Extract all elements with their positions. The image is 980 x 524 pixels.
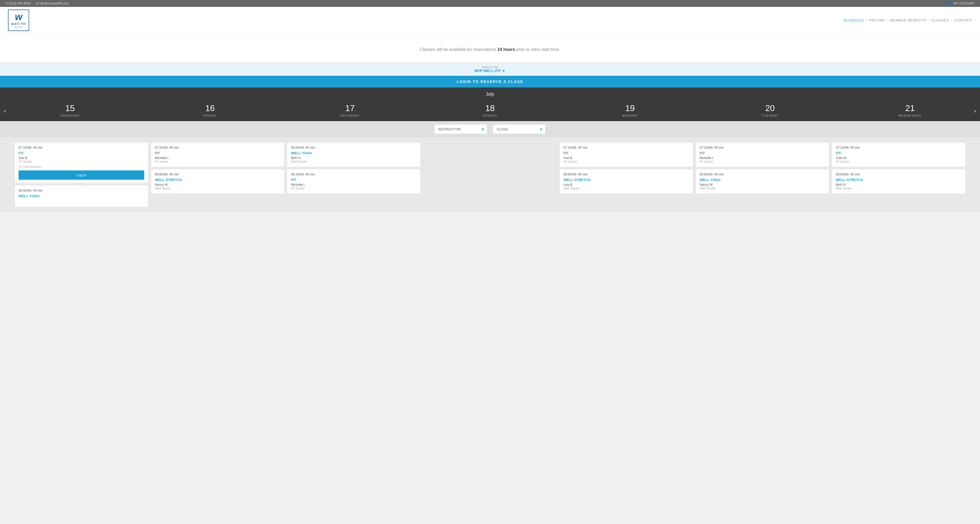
class-name[interactable]: WELL-YOGA (700, 178, 826, 182)
class-card: 08:00AM, 45 min WELL-YOGA (15, 186, 148, 207)
day-col-18: 18 SUNDAY (420, 101, 560, 121)
account-link[interactable]: MY ACCOUNT (953, 2, 975, 5)
logo-sub: by MVP (14, 26, 23, 29)
instructor-filter-wrap: INSTRUCTOR ▼ (434, 124, 487, 134)
class-studio: Well Studio (291, 160, 417, 164)
phone-number: ✆ (616) 254-8830 (5, 2, 30, 5)
day-col-16: 16 FRIDAY (140, 101, 280, 121)
class-studio: Fit Studio (836, 160, 961, 164)
class-name[interactable]: FIT (19, 151, 144, 155)
class-time: 08:00AM, 45 min (19, 189, 144, 192)
class-card: 07:15AM, 45 min FIT Julie W.Fit Studio (832, 143, 965, 167)
class-time: 07:15AM, 45 min (563, 146, 689, 149)
class-card: 08:00AM, 45 min WELL-YOGA Beth H.Well St… (287, 143, 420, 167)
class-name[interactable]: WELL-YOGA (19, 194, 144, 198)
class-slots: 16 Slots Available (19, 165, 144, 168)
user-icon: 👤 (948, 2, 952, 5)
class-card: 07:15AM, 45 min FIT Michelle I.Fit Studi… (696, 143, 829, 167)
login-button[interactable]: LOGIN TO RESERVE A CLASS (457, 79, 523, 84)
class-instructor: Nancy W. (700, 183, 826, 187)
days-container: 15 THURSDAY 16 FRIDAY 17 SATURDAY 18 SUN… (0, 101, 980, 121)
class-time: 08:15AM, 45 min (291, 173, 417, 176)
schedule-container: 07:15AM, 45 min FIT Sue B.Fit Studio16 S… (0, 143, 980, 207)
class-filter[interactable]: CLASS (493, 124, 546, 134)
nav-schedule[interactable]: SCHEDULE (843, 18, 864, 22)
class-instructor: Sue B. (563, 156, 689, 160)
class-card: 08:00AM, 45 min WELL-STRETCH Nancy W.Wel… (151, 169, 284, 194)
day-col-21: 21 WEDNESDAY (840, 101, 980, 121)
nav-member-benefits[interactable]: MEMBER BENEFITS (890, 18, 927, 22)
site-selector-value[interactable]: MVP WELL-FIT ▼ (5, 69, 975, 73)
hero-text: Classes will be available for reservatio… (5, 47, 975, 52)
logo[interactable]: w well·fit by MVP (8, 10, 29, 31)
day-number: 20 (701, 104, 839, 113)
email-address: ✉ info@mvpwellfit.com (36, 2, 69, 5)
class-time: 07:15AM, 45 min (700, 146, 826, 149)
class-studio: Fit Studio (700, 160, 826, 164)
next-week-button[interactable]: › (970, 105, 980, 117)
class-instructor: Michelle I. (700, 156, 826, 160)
logo-letter: w (15, 12, 22, 22)
day-schedule-0: 07:15AM, 45 min FIT Sue B.Fit Studio16 S… (13, 143, 150, 207)
login-banner: LOGIN TO RESERVE A CLASS (0, 76, 980, 87)
day-col-15: 15 THURSDAY (0, 101, 140, 121)
class-name[interactable]: WELL-STRETCH (836, 178, 961, 182)
day-schedule-2: 08:00AM, 45 min WELL-YOGA Beth H.Well St… (286, 143, 422, 207)
class-name[interactable]: FIT (700, 151, 826, 155)
log-in-button[interactable]: Log In (19, 170, 144, 180)
day-name: WEDNESDAY (841, 114, 979, 117)
day-name: SATURDAY (281, 114, 419, 117)
day-number: 17 (281, 104, 419, 113)
day-col-20: 20 TUESDAY (700, 101, 840, 121)
class-name[interactable]: FIT (291, 178, 417, 182)
nav-pricing[interactable]: PRICING (869, 18, 885, 22)
class-card: 08:15AM, 45 min FIT Michelle I.Fit Studi… (287, 169, 420, 194)
top-bar-left: ✆ (616) 254-8830 ✉ info@mvpwellfit.com (5, 2, 69, 5)
class-time: 08:00AM, 45 min (155, 173, 280, 176)
class-studio: Well Studio (700, 187, 826, 190)
class-instructor: Julie W. (836, 156, 961, 160)
class-time: 07:15AM, 45 min (836, 146, 961, 149)
class-name[interactable]: FIT (563, 151, 689, 155)
class-instructor: Lisa B. (563, 183, 689, 187)
day-name: TUESDAY (701, 114, 839, 117)
class-studio: Fit Studio (563, 160, 689, 164)
class-name[interactable]: WELL-STRETCH (563, 178, 689, 182)
day-col-17: 17 SATURDAY (280, 101, 420, 121)
prev-week-button[interactable]: ‹ (0, 105, 10, 117)
nav-contact[interactable]: CONTACT (954, 18, 972, 22)
instructor-filter[interactable]: INSTRUCTOR (434, 124, 487, 134)
day-schedule-5: 07:15AM, 45 min FIT Michelle I.Fit Studi… (694, 143, 831, 207)
day-number: 15 (1, 104, 139, 113)
month-title: July (0, 91, 980, 97)
day-name: FRIDAY (141, 114, 279, 117)
day-schedule-6: 07:15AM, 45 min FIT Julie W.Fit Studio 0… (830, 143, 967, 207)
class-studio: Well Studio (155, 187, 280, 190)
class-studio: Fit Studio (19, 160, 144, 164)
class-time: 08:00AM, 45 min (563, 173, 689, 176)
class-card: 07:15AM, 45 min FIT Sue B.Fit Studio16 S… (15, 143, 148, 183)
filters: INSTRUCTOR ▼ CLASS ▼ (0, 121, 980, 137)
day-number: 19 (561, 104, 699, 113)
class-instructor: Michelle I. (155, 156, 280, 160)
calendar-header: July ‹ 15 THURSDAY 16 FRIDAY 17 SATURDAY… (0, 87, 980, 121)
class-instructor: Sue B. (19, 156, 144, 160)
class-studio: Fit Studio (291, 187, 417, 190)
day-schedule-3 (422, 143, 558, 207)
class-time: 08:00AM, 45 min (700, 173, 826, 176)
nav-classes[interactable]: CLASSES (931, 18, 949, 22)
site-selector: Select A Site MVP WELL-FIT ▼ (0, 63, 980, 76)
class-name[interactable]: WELL-YOGA (291, 151, 417, 155)
schedule-grid: 07:15AM, 45 min FIT Sue B.Fit Studio16 S… (0, 137, 980, 212)
day-name: THURSDAY (1, 114, 139, 117)
class-name[interactable]: WELL-STRETCH (155, 178, 280, 182)
day-number: 21 (841, 104, 979, 113)
class-studio: Fit Studio (155, 160, 280, 164)
top-bar-right: 👤 MY ACCOUNT (948, 2, 975, 5)
top-bar: ✆ (616) 254-8830 ✉ info@mvpwellfit.com 👤… (0, 0, 980, 7)
days-row: ‹ 15 THURSDAY 16 FRIDAY 17 SATURDAY 18 S… (0, 101, 980, 121)
class-studio: Well Studio (563, 187, 689, 190)
day-name: SUNDAY (421, 114, 559, 117)
class-name[interactable]: FIT (155, 151, 280, 155)
class-name[interactable]: FIT (836, 151, 961, 155)
